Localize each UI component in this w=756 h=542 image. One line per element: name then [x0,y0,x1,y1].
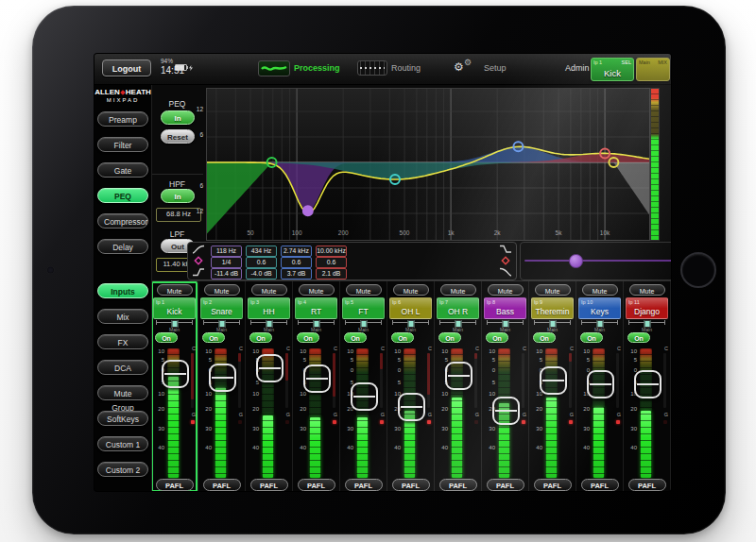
pafl-button[interactable]: PAFL [203,479,241,491]
nav-button-custom-1[interactable]: Custom 1 [97,436,148,451]
nav-button-gate[interactable]: Gate [97,162,148,178]
pafl-button[interactable]: PAFL [581,479,619,491]
band1-width-readout[interactable]: 1/4 [211,257,242,268]
band4-width-readout[interactable]: 0.6 [316,257,347,268]
fader-knob[interactable] [256,354,284,382]
fader-track[interactable] [593,348,605,478]
pan-slider[interactable] [343,319,384,327]
on-button[interactable]: On [297,332,319,343]
width-slider-track[interactable] [524,260,671,262]
channel-name-box[interactable]: Ip 4 RT [295,297,337,319]
on-button[interactable]: On [155,332,178,343]
on-button[interactable]: On [202,332,225,343]
mute-button[interactable]: Mute [582,284,618,296]
fader-knob[interactable] [587,370,614,398]
fader-knob[interactable] [162,360,189,388]
nav-button-delay[interactable]: Delay [97,239,148,254]
pafl-button[interactable]: PAFL [628,479,666,491]
band3-width-readout[interactable]: 0.6 [281,257,312,268]
band4-type-icons[interactable] [498,245,513,277]
pafl-button[interactable]: PAFL [250,479,288,491]
pafl-button[interactable]: PAFL [156,479,194,491]
channel-name-box[interactable]: Ip 2 Snare [200,297,243,319]
nav-button-fx[interactable]: FX [97,334,148,349]
nav-button-custom-2[interactable]: Custom 2 [97,462,148,477]
on-button[interactable]: On [627,332,650,343]
band4-gain-readout[interactable]: 2.1 dB [316,268,347,279]
nav-button-dca[interactable]: DCA [97,360,148,375]
on-button[interactable]: On [533,332,556,343]
fader-knob[interactable] [351,382,378,411]
pan-slider[interactable] [201,319,242,327]
tab-setup[interactable]: ⚙⚙ Setup [452,59,507,77]
tab-routing[interactable]: Routing [357,59,421,77]
channel-name-box[interactable]: Ip 1 Kick [153,297,196,319]
on-button[interactable]: On [580,332,603,343]
mute-button[interactable]: Mute [251,284,287,296]
mute-button[interactable]: Mute [488,284,524,296]
channel-name-box[interactable]: Ip 6 OH L [389,297,432,319]
pan-slider[interactable] [249,319,289,327]
channel-name-box[interactable]: Ip 8 Bass [484,297,526,319]
band2-width-readout[interactable]: 0.6 [246,257,277,268]
nav-button-peq[interactable]: PEQ [97,188,148,203]
band1-freq-readout[interactable]: 118 Hz [211,246,242,257]
band1-type-icons[interactable] [191,245,206,277]
pafl-button[interactable]: PAFL [298,479,335,491]
selected-channel-button[interactable]: Ip 1 SEL Kick [591,58,634,81]
pan-slider[interactable] [296,319,336,327]
channel-name-box[interactable]: Ip 7 OH R [437,297,479,319]
pan-slider[interactable] [154,319,195,327]
pan-slider[interactable] [627,319,667,327]
mute-button[interactable]: Mute [629,284,665,296]
fader-track[interactable] [356,348,369,478]
logout-button[interactable]: Logout [102,59,151,76]
fader-knob[interactable] [303,364,331,393]
band1-handle[interactable] [303,206,313,215]
on-button[interactable]: On [438,332,461,343]
peq-in-button[interactable]: In [161,110,195,125]
mute-button[interactable]: Mute [204,284,240,296]
pafl-button[interactable]: PAFL [439,479,477,491]
pan-slider[interactable] [438,319,478,327]
channel-name-box[interactable]: Ip 3 HH [248,297,290,319]
channel-name-box[interactable]: Ip 10 Keys [578,297,621,319]
eq-graph[interactable]: 501002005001k2k5k10k [206,88,650,241]
band1-gain-readout[interactable]: -11.4 dB [211,268,242,279]
band3-freq-readout[interactable]: 2.74 kHz [281,246,312,257]
channel-name-box[interactable]: Ip 11 Django [626,297,668,319]
pan-slider[interactable] [579,319,620,327]
nav-button-preamp[interactable]: Preamp [97,111,148,127]
nav-button-compressor[interactable]: Compressor [97,213,148,229]
nav-button-mute-group[interactable]: Mute Group [97,385,148,400]
pafl-button[interactable]: PAFL [392,479,430,491]
fader-knob[interactable] [209,364,236,392]
pafl-button[interactable]: PAFL [345,479,383,491]
home-button[interactable] [680,252,716,288]
channel-name-box[interactable]: Ip 9 Theremin [531,297,574,319]
band2-gain-readout[interactable]: -4.0 dB [246,268,277,279]
hpf-in-button[interactable]: In [161,189,195,203]
mute-button[interactable]: Mute [299,284,335,296]
nav-button-filter[interactable]: Filter [97,137,148,152]
mix-select-button[interactable]: Main MIX [636,58,670,81]
pan-slider[interactable] [532,319,573,327]
width-slider-handle[interactable] [569,254,583,268]
pan-slider[interactable] [485,319,525,327]
on-button[interactable]: On [486,332,508,343]
fader-track[interactable] [640,348,652,478]
tab-processing[interactable]: Processing [258,59,340,77]
mute-button[interactable]: Mute [157,284,193,296]
mute-button[interactable]: Mute [346,284,382,296]
band2-freq-readout[interactable]: 434 Hz [246,246,277,257]
nav-button-inputs[interactable]: Inputs [97,283,148,298]
on-button[interactable]: On [344,332,367,343]
band3-gain-readout[interactable]: 3.7 dB [281,268,312,279]
fader-knob[interactable] [492,397,520,425]
band4-freq-readout[interactable]: 10.00 kHz [316,246,347,257]
on-button[interactable]: On [391,332,414,343]
mute-button[interactable]: Mute [535,284,571,296]
fader-knob[interactable] [634,370,662,398]
nav-button-softkeys[interactable]: SoftKeys [97,411,148,426]
pan-slider[interactable] [390,319,431,327]
